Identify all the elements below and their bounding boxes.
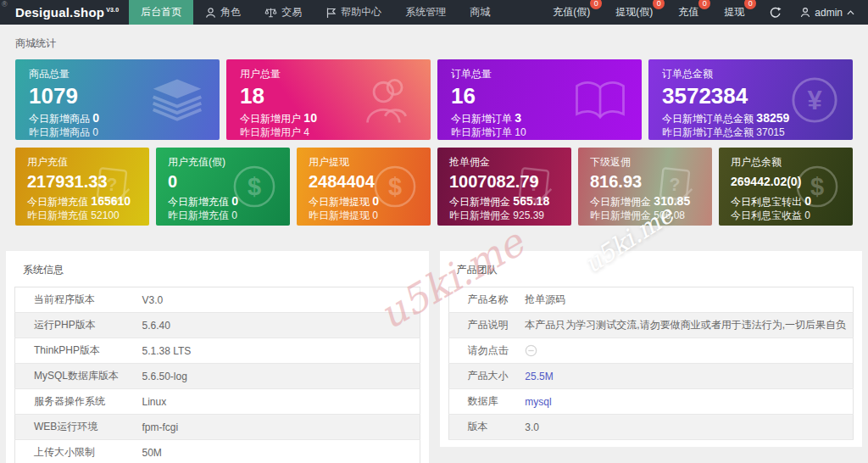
card-line4-value: 0	[372, 209, 378, 221]
menu-item-trade[interactable]: 交易	[253, 0, 314, 25]
card-line3-value: 565.18	[513, 194, 549, 208]
main-menu: 后台首页 角色 交易 帮助中心 系统管理 商城	[129, 0, 502, 25]
admin-user-menu[interactable]: admin	[800, 7, 854, 19]
prohibit-icon[interactable]	[525, 344, 846, 357]
table-row: 产品说明本产品只为学习测试交流,请勿要做商业或者用于违法行为,一切后果自负	[448, 313, 854, 338]
recharge-link[interactable]: 充值 0	[678, 5, 698, 20]
card-value: 16	[451, 85, 628, 107]
row-value: 5.6.40	[136, 313, 420, 338]
app-logo-text: Desigual.shop	[15, 5, 104, 20]
card-line4-value: 10	[515, 126, 526, 138]
menu-item-roles[interactable]: 角色	[193, 0, 253, 25]
stat-card-balance: 用户总余额 269442.02(0) 今日利息宝转出 0 今日利息宝收益 0 $	[719, 148, 853, 226]
card-title: 下级返佣	[590, 157, 700, 168]
refresh-icon[interactable]	[770, 7, 782, 19]
card-line3-value: 0	[231, 194, 238, 208]
menu-item-label: 交易	[281, 5, 302, 20]
table-row: 上传大小限制50M	[15, 440, 420, 463]
card-line3-label: 今日新增商品	[29, 113, 90, 125]
card-title: 用户充值	[27, 157, 137, 168]
card-line4-label: 昨日新增充值	[27, 209, 88, 221]
card-title: 用户总量	[240, 69, 417, 80]
navbar-right: 充值(假) 0 提现(假) 0 充值 0 提现 0 admin	[553, 5, 868, 20]
row-value: 3.0	[518, 415, 853, 440]
registered-mark: ®	[2, 0, 8, 8]
card-line4-value: 37015	[756, 126, 784, 138]
card-line3-label: 今日新增订单	[451, 113, 512, 125]
withdraw-fake-badge: 0	[653, 0, 665, 9]
card-line4-label: 昨日新增佣金	[590, 209, 651, 221]
row-label: 上传大小限制	[15, 440, 136, 463]
table-row: 数据库mysql	[448, 389, 854, 415]
app-logo: Desigual.shopV3.0	[15, 5, 119, 20]
row-value: fpm-fcgi	[136, 415, 420, 440]
card-line4-label: 昨日新增订单	[451, 126, 512, 138]
card-line4-value: 925.39	[513, 209, 544, 221]
table-row: ThinkPHP版本5.1.38 LTS	[15, 338, 420, 364]
stat-card-order-commission: 抢单佣金 1007082.79 今日新增佣金 565.18 昨日新增佣金 925…	[437, 148, 571, 226]
database-link[interactable]: mysql	[525, 396, 551, 408]
card-value: 2484404	[309, 172, 419, 191]
card-line4-value: 506.08	[654, 209, 685, 221]
card-title: 抢单佣金	[449, 157, 559, 168]
card-value: 269442.02(0)	[731, 172, 841, 191]
recharge-fake-badge: 0	[590, 0, 602, 9]
card-line4-label: 昨日新增充值	[168, 209, 229, 221]
row-value: 5.1.38 LTS	[136, 338, 420, 364]
card-line3-label: 今日新增充值	[27, 196, 88, 208]
flag-icon	[326, 7, 337, 19]
card-title: 用户提现	[309, 157, 419, 168]
row-label: 产品大小	[448, 364, 518, 389]
card-line3-value: 165610	[91, 194, 131, 208]
stat-card-recharge-fake: 用户充值(假) 0 今日新增充值 0 昨日新增充值 0 $	[156, 148, 290, 226]
scale-icon	[264, 7, 277, 19]
nav-item-label: 提现	[724, 6, 744, 18]
nav-item-label: 充值	[678, 6, 698, 18]
stats-row-2: 用户充值 217931.33 今日新增充值 165610 昨日新增充值 5210…	[15, 148, 853, 226]
menu-item-dashboard[interactable]: 后台首页	[129, 0, 193, 25]
card-line4-value: 0	[231, 209, 237, 221]
menu-item-label: 后台首页	[141, 5, 181, 20]
stat-card-users: 用户总量 18 今日新增用户 10 昨日新增用户 4	[226, 59, 431, 140]
card-value: 816.93	[590, 172, 700, 191]
table-row: WEB运行环境fpm-fcgi	[15, 415, 420, 440]
table-row: 请勿点击	[448, 338, 854, 364]
menu-item-help-center[interactable]: 帮助中心	[314, 0, 393, 25]
row-value: 抢单源码	[518, 287, 853, 313]
table-row: 产品名称抢单源码	[448, 287, 854, 313]
table-row: 服务器操作系统Linux	[15, 389, 420, 415]
row-value: 25.5M	[518, 364, 853, 389]
row-label: 当前程序版本	[15, 287, 136, 313]
nav-item-label: 提现(假)	[615, 6, 653, 18]
product-size-link[interactable]: 25.5M	[525, 371, 553, 382]
card-title: 用户总余额	[731, 157, 841, 168]
stat-card-sub-rebate: 下级返佣 816.93 今日新增佣金 310.85 昨日新增佣金 506.08 …	[578, 148, 712, 226]
card-value: 18	[240, 85, 417, 107]
stat-card-orders: 订单总量 16 今日新增订单 3 昨日新增订单 10	[437, 59, 642, 140]
card-value: 217931.33	[27, 172, 137, 191]
recharge-badge: 0	[698, 0, 710, 9]
recharge-fake-link[interactable]: 充值(假) 0	[553, 5, 590, 20]
menu-item-label: 系统管理	[405, 5, 446, 20]
card-title: 订单总金额	[662, 69, 839, 80]
card-line3-label: 今日新增订单总金额	[662, 113, 754, 125]
card-title: 商品总量	[29, 69, 206, 80]
menu-item-mall[interactable]: 商城	[458, 0, 502, 25]
withdraw-fake-link[interactable]: 提现(假) 0	[615, 5, 653, 20]
card-line4-value: 52100	[91, 209, 119, 221]
menu-item-system[interactable]: 系统管理	[393, 0, 458, 25]
card-value: 3572384	[662, 85, 839, 107]
nav-item-label: 充值(假)	[553, 6, 590, 18]
admin-username: admin	[815, 7, 843, 19]
card-line4-label: 昨日新增订单总金额	[662, 126, 754, 138]
withdraw-link[interactable]: 提现 0	[724, 5, 744, 20]
stat-card-recharge: 用户充值 217931.33 今日新增充值 165610 昨日新增充值 5210…	[15, 148, 149, 226]
row-value	[518, 338, 853, 364]
row-label: 版本	[448, 415, 518, 440]
table-row: 运行PHP版本5.6.40	[15, 313, 420, 338]
row-label: 请勿点击	[448, 338, 518, 364]
card-line3-label: 今日新增充值	[168, 196, 229, 208]
row-label: ThinkPHP版本	[15, 338, 136, 364]
card-line4-label: 昨日新增用户	[240, 126, 301, 138]
main-content: 商城统计 商品总量 1079 今日新增商品 0 昨日新增商品 0 用户总量 18…	[0, 36, 868, 226]
